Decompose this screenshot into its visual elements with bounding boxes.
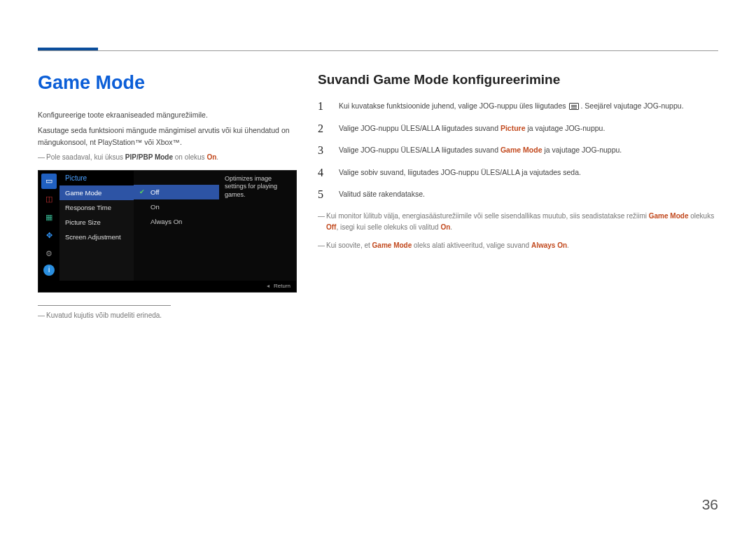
footnote-rule <box>38 305 171 306</box>
step-3: 3 Valige JOG-nuppu ÜLES/ALLA liigutades … <box>318 144 718 157</box>
gear-icon: ⚙ <box>41 246 57 262</box>
step-1-number: 1 <box>318 100 328 113</box>
intro-paragraph-1: Konfigureerige toote ekraaniseaded mängu… <box>38 109 297 120</box>
step-1-text: Kui kuvatakse funktsioonide juhend, vali… <box>339 100 718 111</box>
page-title: Game Mode <box>38 72 297 94</box>
left-column: Game Mode Konfigureerige toote ekraanise… <box>38 72 297 328</box>
osd-option-always-on: Always On <box>134 214 219 229</box>
top-rule <box>38 50 718 51</box>
always-on-note: Kui soovite, et Game Mode oleks alati ak… <box>318 240 718 251</box>
osd-menu: Picture Game Mode Response Time Picture … <box>59 171 134 281</box>
osd-description: Optimizes image settings for playing gam… <box>219 171 296 281</box>
availability-note: Pole saadaval, kui üksus PIP/PBP Mode on… <box>38 152 297 163</box>
info-icon: i <box>43 265 55 276</box>
right-column: Suvandi Game Mode konfigureerimine 1 Kui… <box>318 72 718 328</box>
step-4: 4 Valige sobiv suvand, liigutades JOG-nu… <box>318 167 718 179</box>
osd-item-picture-size: Picture Size <box>59 215 134 230</box>
step-2-text: Valige JOG-nuppu ÜLES/ALLA liigutades su… <box>339 122 718 134</box>
step-1: 1 Kui kuvatakse funktsioonide juhend, va… <box>318 100 718 113</box>
pip-icon: ◫ <box>41 192 57 207</box>
osd-item-response-time: Response Time <box>59 200 134 215</box>
osd-item-screen-adjustment: Screen Adjustment <box>59 230 134 244</box>
step-2-number: 2 <box>318 122 328 135</box>
osd-option-off: Off <box>134 185 219 199</box>
osd-options: Off On Always On <box>134 171 219 281</box>
move-icon: ✥ <box>41 228 57 244</box>
step-2: 2 Valige JOG-nuppu ÜLES/ALLA liigutades … <box>318 122 718 135</box>
monitor-icon: ▭ <box>41 174 57 189</box>
step-3-number: 3 <box>318 144 328 157</box>
picture-icon: ▦ <box>41 210 57 225</box>
power-off-note: Kui monitor lülitub välja, energiasäästu… <box>318 211 718 233</box>
step-4-text: Valige sobiv suvand, liigutades JOG-nupp… <box>339 167 718 178</box>
section-title: Suvandi Game Mode konfigureerimine <box>318 72 718 87</box>
step-4-number: 4 <box>318 167 328 179</box>
step-5: 5 Valitud säte rakendatakse. <box>318 188 718 201</box>
osd-return-label: Return <box>38 281 296 292</box>
page-number: 36 <box>702 496 718 513</box>
osd-icon-rail: ▭ ◫ ▦ ✥ ⚙ i <box>38 171 59 281</box>
intro-paragraph-2: Kasutage seda funktsiooni mängude mängim… <box>38 125 297 148</box>
image-disclaimer: Kuvatud kujutis võib mudeliti erineda. <box>38 310 297 321</box>
osd-option-on: On <box>134 199 219 214</box>
menu-icon <box>569 103 579 110</box>
step-3-text: Valige JOG-nuppu ÜLES/ALLA liigutades su… <box>339 144 718 155</box>
osd-menu-header: Picture <box>59 171 134 185</box>
osd-item-game-mode: Game Mode <box>59 185 134 200</box>
step-5-number: 5 <box>318 188 328 201</box>
top-accent-bar <box>38 48 98 50</box>
osd-screenshot: ▭ ◫ ▦ ✥ ⚙ i Picture Game Mode Response T… <box>38 170 297 293</box>
step-5-text: Valitud säte rakendatakse. <box>339 188 718 199</box>
